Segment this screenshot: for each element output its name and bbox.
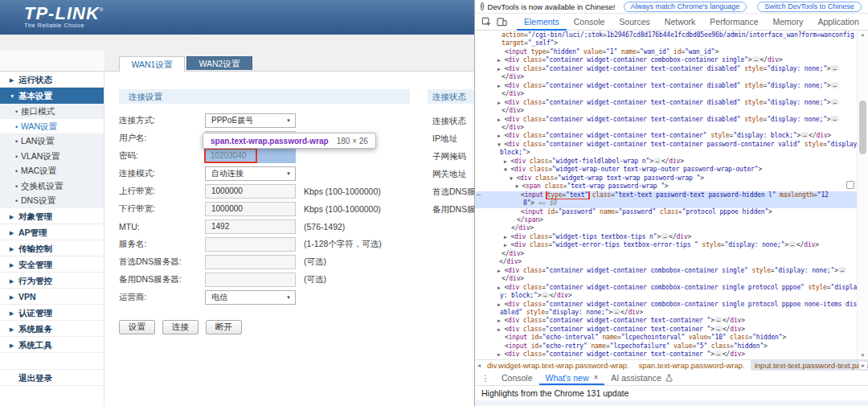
- breadcrumb-item[interactable]: span.text-wrap.password-wrap.: [635, 360, 749, 371]
- devtools-code-line[interactable]: ▶ <div class="container widget-container…: [475, 317, 858, 325]
- devtools-code-line[interactable]: </div>: [475, 275, 858, 283]
- devtools-code-line[interactable]: ▼ <div class="widget-wrap-outer text-wra…: [475, 166, 858, 174]
- scrollbar-thumb[interactable]: [859, 100, 866, 154]
- devtools-code-line[interactable]: 8"> == $0: [475, 199, 858, 207]
- devtools-code-line[interactable]: ▶ <div class="container widget-container…: [475, 132, 858, 140]
- device-toolbar-icon[interactable]: [497, 17, 507, 27]
- infobar-action-button[interactable]: Switch DevTools to Chinese: [757, 2, 862, 12]
- sidebar-item[interactable]: •交换机设置: [0, 178, 104, 194]
- sidebar-item[interactable]: 退出登录: [0, 369, 104, 386]
- form-action-button[interactable]: 断开: [206, 320, 242, 334]
- text-input[interactable]: [205, 273, 296, 287]
- devtools-code-line[interactable]: ▼ <span class="text-wrap password-wrap "…: [475, 182, 858, 191]
- form-action-button[interactable]: 设置: [119, 320, 155, 334]
- devtools-tab[interactable]: Sources: [612, 14, 657, 31]
- text-input[interactable]: [205, 255, 296, 269]
- devtools-code-line[interactable]: </span>: [475, 216, 858, 224]
- sidebar-item[interactable]: •MAC设置: [0, 163, 104, 178]
- devtools-code-line[interactable]: ▶ <div class="container widget-container…: [475, 326, 858, 334]
- sidebar-item[interactable]: ▶对象管理: [0, 208, 104, 224]
- sidebar-item[interactable]: ▶安全管理: [0, 256, 104, 273]
- devtools-code-line[interactable]: ▶ <div class="container widget-container…: [475, 267, 858, 275]
- wan-tab[interactable]: WAN2设置: [186, 56, 252, 70]
- devtools-tab[interactable]: Application: [810, 14, 866, 31]
- devtools-tab[interactable]: Network: [657, 14, 703, 31]
- elements-scrollbar[interactable]: ▲ ▼: [857, 31, 868, 359]
- devtools-code-line[interactable]: abled" style="display: none;">…</div>: [475, 309, 858, 317]
- sidebar-item[interactable]: ▶系统服务: [0, 321, 104, 337]
- devtools-code-line[interactable]: ▶ <div class="container widget-container…: [475, 65, 858, 73]
- dropdown-select[interactable]: PPPoE拨号 ▼: [205, 113, 296, 128]
- infobar-action-button[interactable]: Always match Chrome's language: [624, 2, 747, 12]
- wan-tab[interactable]: WAN1设置: [119, 56, 185, 72]
- devtools-code-line[interactable]: ▶ <div class="container widget-container…: [475, 56, 858, 64]
- devtools-code-line[interactable]: ▼ <div class="container widget-container…: [475, 141, 858, 149]
- drawer-tab[interactable]: AI assistance: [604, 371, 678, 385]
- sidebar-item[interactable]: •接口模式: [0, 104, 104, 119]
- devtools-code-line[interactable]: y: block;">…</div>: [475, 292, 858, 300]
- devtools-code-line[interactable]: </div>: [475, 224, 858, 232]
- devtools-code-line[interactable]: ▼ <div class="widget-wrap text-wrap pass…: [475, 174, 858, 182]
- devtools-code-line[interactable]: ▶ <div class="container widget-container…: [475, 116, 858, 124]
- sidebar-item[interactable]: ▼基本设置: [0, 88, 104, 104]
- devtools-tab[interactable]: Console: [567, 14, 612, 31]
- dropdown-select[interactable]: 自动连接 ▼: [205, 166, 296, 181]
- devtools-code-line[interactable]: ▶ <div class="container widget-container…: [475, 82, 858, 90]
- breadcrumb-item[interactable]: input.text-text.password-text.password-h…: [751, 360, 868, 371]
- drawer-tab[interactable]: What's new ×: [539, 371, 605, 385]
- sidebar-item[interactable]: ▶系统工具: [0, 337, 104, 353]
- devtools-code-line[interactable]: <input id="echo-retry" name="lcpechofail…: [475, 342, 858, 351]
- sidebar-item[interactable]: ▶行为管控: [0, 273, 104, 289]
- devtools-tab[interactable]: Elements: [517, 14, 567, 31]
- sidebar-item[interactable]: ▶AP管理: [0, 224, 104, 240]
- devtools-code-line[interactable]: ▶ <div class="widget-error-tips textbox-…: [475, 241, 858, 249]
- more-actions-icon[interactable]: ⋯: [477, 191, 481, 199]
- devtools-code-line[interactable]: </div>: [475, 250, 858, 258]
- text-input[interactable]: 1000000: [205, 202, 296, 216]
- text-input[interactable]: 1000000: [205, 184, 296, 199]
- password-input-inspect-highlighted[interactable]: 10203040: [205, 149, 296, 163]
- devtools-code-line[interactable]: ⋯<input type="text" class="text-text pas…: [475, 191, 858, 199]
- devtools-code-line[interactable]: </div>: [475, 90, 858, 98]
- devtools-code-line[interactable]: ▶ <div class="container widget-container…: [475, 284, 858, 292]
- breadcrumb-left-arrow-icon[interactable]: ◂: [475, 362, 483, 369]
- devtools-code-line[interactable]: action="/cgi-bin/luci/;stok=1b29467cd8d1…: [475, 31, 858, 39]
- dropdown-select[interactable]: 电信 ▼: [205, 290, 296, 305]
- scroll-down-arrow-icon[interactable]: ▼: [858, 353, 868, 358]
- devtools-code-line[interactable]: ▶ <div class="container widget-container…: [475, 351, 858, 359]
- breadcrumb-right-arrow-icon[interactable]: ▸: [859, 362, 867, 369]
- text-input[interactable]: [205, 237, 296, 252]
- element-adorner-icon[interactable]: [846, 181, 854, 189]
- devtools-code-line[interactable]: target="_self">: [475, 39, 858, 47]
- devtools-code-line[interactable]: ▶ <div class="container widget-container…: [475, 99, 858, 107]
- breadcrumb-item[interactable]: div.widget-wrap.text-wrap.password-wrap.: [483, 360, 633, 371]
- whats-new-headline[interactable]: Highlights from the Chrome 131 update: [475, 385, 868, 400]
- devtools-code-line[interactable]: </div>: [475, 107, 858, 115]
- scroll-up-arrow-icon[interactable]: ▲: [858, 32, 868, 37]
- devtools-code-line[interactable]: <input id="echo-interval" name="lcpechoi…: [475, 334, 858, 342]
- close-tab-icon[interactable]: ×: [593, 371, 598, 385]
- text-input[interactable]: 1492: [205, 219, 296, 234]
- sidebar-item[interactable]: ▶认证管理: [0, 305, 104, 321]
- drawer-menu-icon[interactable]: ⋮: [481, 374, 489, 383]
- devtools-code-line[interactable]: </div>: [475, 73, 858, 81]
- devtools-code-line[interactable]: ▶ <div class="widget-fieldlabel-wrap n">…: [475, 158, 858, 166]
- drawer-tab[interactable]: Console: [495, 371, 539, 385]
- devtools-tab[interactable]: Performance: [702, 14, 765, 31]
- devtools-tab[interactable]: Memory: [765, 14, 810, 31]
- form-action-button[interactable]: 连接: [162, 320, 199, 334]
- sidebar-item[interactable]: ▶VPN: [0, 289, 104, 305]
- devtools-code-line[interactable]: ▶ <div class="widget-tips textbox-tips n…: [475, 233, 858, 241]
- sidebar-item[interactable]: •WAN设置: [0, 119, 104, 134]
- devtools-code-line[interactable]: block;">: [475, 149, 858, 157]
- sidebar-item[interactable]: •VLAN设置: [0, 149, 104, 164]
- sidebar-item[interactable]: •DNS设置: [0, 193, 104, 208]
- devtools-code-line[interactable]: <input type="hidden" value="1" name="wan…: [475, 48, 858, 56]
- devtools-code-line[interactable]: <input id="password" name="password" cla…: [475, 208, 858, 216]
- sidebar-item[interactable]: ▶运行状态: [0, 72, 104, 88]
- sidebar-item[interactable]: ▶传输控制: [0, 240, 104, 256]
- devtools-code-line[interactable]: </div>: [475, 124, 858, 132]
- devtools-code-line[interactable]: ▶ <div class="container widget-container…: [475, 301, 858, 309]
- inspect-element-icon[interactable]: [481, 17, 492, 27]
- devtools-code-line[interactable]: </div>: [475, 258, 858, 266]
